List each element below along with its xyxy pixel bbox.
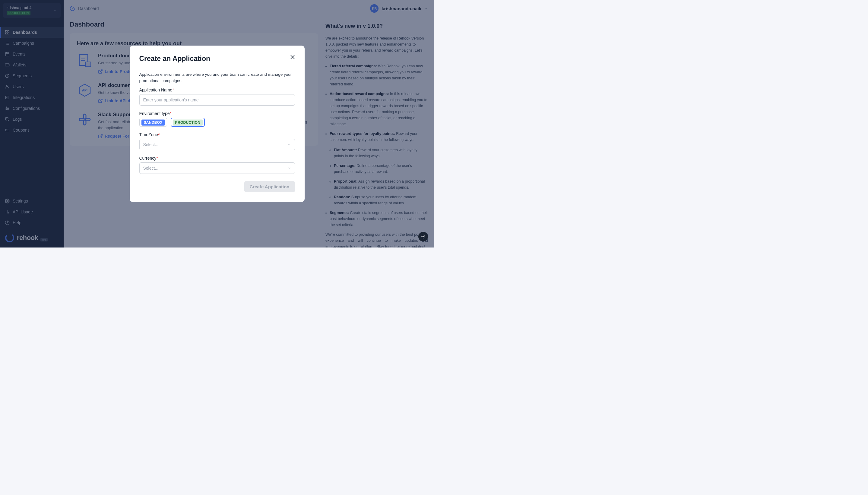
create-application-button[interactable]: Create Application xyxy=(244,181,295,192)
close-icon xyxy=(289,53,296,61)
app-name-input[interactable] xyxy=(139,94,295,106)
gear-icon xyxy=(421,235,425,239)
timezone-select[interactable]: Select... xyxy=(139,139,295,150)
timezone-label: TimeZone* xyxy=(139,132,295,137)
modal-description: Application environments are where you a… xyxy=(139,71,295,84)
chevron-down-icon xyxy=(287,143,291,147)
currency-select[interactable]: Select... xyxy=(139,163,295,174)
help-fab[interactable] xyxy=(418,232,428,241)
modal-title: Create an Application xyxy=(139,55,295,67)
sandbox-pill: SANDBOX xyxy=(141,120,165,125)
close-button[interactable] xyxy=(289,53,296,61)
chevron-down-icon xyxy=(287,166,291,170)
production-pill: PRODUCTION xyxy=(173,120,203,125)
env-option-sandbox[interactable]: SANDBOX xyxy=(139,118,167,127)
app-name-label: Application Name* xyxy=(139,87,295,92)
env-type-label: Enviroment type* xyxy=(139,111,295,116)
svg-point-50 xyxy=(423,236,424,237)
currency-label: Currency* xyxy=(139,156,295,160)
modal-overlay[interactable]: Create an Application Application enviro… xyxy=(0,0,434,248)
env-option-production[interactable]: PRODUCTION xyxy=(171,118,205,127)
create-application-modal: Create an Application Application enviro… xyxy=(130,46,305,202)
